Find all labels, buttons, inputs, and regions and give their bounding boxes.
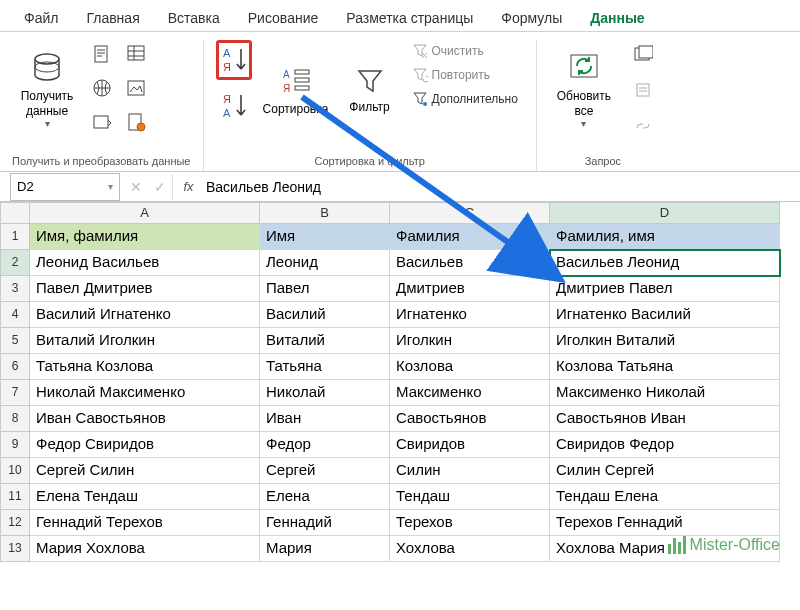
cell[interactable]: Федор Свиридов: [30, 432, 260, 458]
cell[interactable]: Максименко Николай: [550, 380, 780, 406]
column-header[interactable]: A: [30, 202, 260, 224]
cell[interactable]: Николай: [260, 380, 390, 406]
cell[interactable]: Мария Хохлова: [30, 536, 260, 562]
cell[interactable]: Елена: [260, 484, 390, 510]
row-header[interactable]: 7: [0, 380, 30, 406]
column-header[interactable]: D: [550, 202, 780, 224]
cell[interactable]: Елена Тендаш: [30, 484, 260, 510]
cell[interactable]: Силин Сергей: [550, 458, 780, 484]
cell[interactable]: Игнатенко: [390, 302, 550, 328]
cell[interactable]: Хохлова: [390, 536, 550, 562]
properties-icon[interactable]: [629, 76, 657, 104]
sort-dialog-button[interactable]: АЯ Сортировка: [258, 40, 334, 140]
cell[interactable]: Сергей: [260, 458, 390, 484]
cell[interactable]: Иголкин: [390, 328, 550, 354]
cell[interactable]: Иван Савостьянов: [30, 406, 260, 432]
cell[interactable]: Фамилия: [390, 224, 550, 250]
menu-item-1[interactable]: Главная: [72, 6, 153, 31]
menu-item-5[interactable]: Формулы: [487, 6, 576, 31]
cell[interactable]: Терехов Геннадий: [550, 510, 780, 536]
cell[interactable]: Имя, фамилия: [30, 224, 260, 250]
cell[interactable]: Павел Дмитриев: [30, 276, 260, 302]
row-header[interactable]: 11: [0, 484, 30, 510]
confirm-icon[interactable]: ✓: [148, 179, 172, 195]
sort-desc-button[interactable]: ЯА: [216, 86, 252, 126]
cell[interactable]: Мария: [260, 536, 390, 562]
cell[interactable]: Сергей Силин: [30, 458, 260, 484]
clear-filter-button[interactable]: Очистить: [406, 40, 524, 62]
row-header[interactable]: 10: [0, 458, 30, 484]
cell[interactable]: Савостьянов Иван: [550, 406, 780, 432]
row-header[interactable]: 9: [0, 432, 30, 458]
cell[interactable]: Тендаш: [390, 484, 550, 510]
filter-button[interactable]: Фильтр: [340, 40, 400, 140]
cell[interactable]: Иголкин Виталий: [550, 328, 780, 354]
cell[interactable]: Татьяна: [260, 354, 390, 380]
advanced-filter-button[interactable]: Дополнительно: [406, 88, 524, 110]
cell[interactable]: Василий Игнатенко: [30, 302, 260, 328]
cell[interactable]: Хохлова Мария: [550, 536, 780, 562]
cell[interactable]: Силин: [390, 458, 550, 484]
cell[interactable]: Тендаш Елена: [550, 484, 780, 510]
cancel-icon[interactable]: ✕: [124, 179, 148, 195]
from-text-icon[interactable]: [88, 40, 116, 68]
sort-asc-button[interactable]: АЯ: [216, 40, 252, 80]
cell[interactable]: Козлова Татьяна: [550, 354, 780, 380]
cell[interactable]: Леонид Васильев: [30, 250, 260, 276]
menu-item-6[interactable]: Данные: [576, 6, 658, 31]
cell[interactable]: Павел: [260, 276, 390, 302]
cell[interactable]: Федор: [260, 432, 390, 458]
cell[interactable]: Свиридов Федор: [550, 432, 780, 458]
cell[interactable]: Василий: [260, 302, 390, 328]
cell[interactable]: Козлова: [390, 354, 550, 380]
cell[interactable]: Иван: [260, 406, 390, 432]
connections-icon[interactable]: [122, 108, 150, 136]
cell[interactable]: Виталий Иголкин: [30, 328, 260, 354]
row-header[interactable]: 3: [0, 276, 30, 302]
cell[interactable]: Дмитриев: [390, 276, 550, 302]
from-table-icon[interactable]: [122, 40, 150, 68]
cell[interactable]: Леонид: [260, 250, 390, 276]
cell[interactable]: Васильев: [390, 250, 550, 276]
cell[interactable]: Васильев Леонид: [550, 250, 780, 276]
cell[interactable]: Свиридов: [390, 432, 550, 458]
from-picture-icon[interactable]: [122, 74, 150, 102]
edit-links-icon[interactable]: [629, 112, 657, 140]
column-header[interactable]: B: [260, 202, 390, 224]
fx-button[interactable]: fx: [172, 174, 198, 200]
column-header[interactable]: C: [390, 202, 550, 224]
menu-item-4[interactable]: Разметка страницы: [332, 6, 487, 31]
recent-icon[interactable]: [88, 108, 116, 136]
cell[interactable]: Терехов: [390, 510, 550, 536]
row-header[interactable]: 12: [0, 510, 30, 536]
cell[interactable]: Татьяна Козлова: [30, 354, 260, 380]
cell[interactable]: Дмитриев Павел: [550, 276, 780, 302]
reapply-button[interactable]: Повторить: [406, 64, 524, 86]
row-header[interactable]: 2: [0, 250, 30, 276]
menu-item-0[interactable]: Файл: [10, 6, 72, 31]
from-web-icon[interactable]: [88, 74, 116, 102]
row-header[interactable]: 4: [0, 302, 30, 328]
cell[interactable]: Игнатенко Василий: [550, 302, 780, 328]
cell[interactable]: Геннадий Терехов: [30, 510, 260, 536]
name-box[interactable]: D2 ▾: [10, 173, 120, 201]
cell[interactable]: Имя: [260, 224, 390, 250]
row-header[interactable]: 5: [0, 328, 30, 354]
cell[interactable]: Фамилия, имя: [550, 224, 780, 250]
cell[interactable]: Максименко: [390, 380, 550, 406]
row-header[interactable]: 13: [0, 536, 30, 562]
get-data-button[interactable]: Получить данные ▾: [12, 40, 82, 140]
refresh-all-button[interactable]: Обновить все ▾: [549, 40, 619, 140]
menu-item-3[interactable]: Рисование: [234, 6, 333, 31]
menu-item-2[interactable]: Вставка: [154, 6, 234, 31]
select-all-corner[interactable]: [0, 202, 30, 224]
cell[interactable]: Савостьянов: [390, 406, 550, 432]
cell[interactable]: Геннадий: [260, 510, 390, 536]
row-header[interactable]: 8: [0, 406, 30, 432]
formula-input[interactable]: [198, 174, 800, 200]
cell[interactable]: Николай Максименко: [30, 380, 260, 406]
queries-icon[interactable]: [629, 40, 657, 68]
cell[interactable]: Виталий: [260, 328, 390, 354]
row-header[interactable]: 1: [0, 224, 30, 250]
row-header[interactable]: 6: [0, 354, 30, 380]
